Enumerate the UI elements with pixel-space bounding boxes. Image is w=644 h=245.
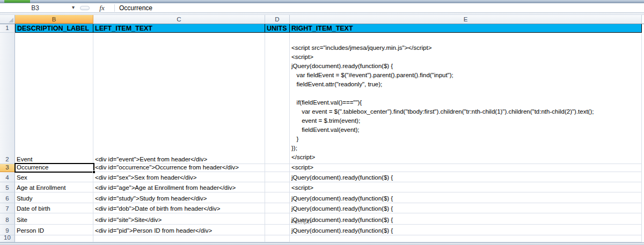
cell-c7[interactable]: <div id="dob">Date of birth from header<… xyxy=(93,203,265,213)
row-header-8[interactable]: 8 xyxy=(0,213,15,225)
cell-d5[interactable] xyxy=(265,182,290,192)
cell-d4[interactable] xyxy=(265,172,290,182)
cell-b2[interactable]: Event xyxy=(15,33,93,164)
cell-b1[interactable]: DESCRIPTION_LABEL xyxy=(15,24,93,33)
cell-b4[interactable]: Sex xyxy=(15,172,93,182)
cell-d7[interactable] xyxy=(265,203,290,213)
ribbon-green-accent xyxy=(4,0,30,3)
code-line: </script> xyxy=(291,153,640,162)
row-header-3[interactable]: 3 xyxy=(0,164,15,172)
table-row: 1 DESCRIPTION_LABEL LEFT_ITEM_TEXT UNITS… xyxy=(0,24,642,33)
excel-window: B3 ▾ fx Occurrence B C D E 1 DESCRIPTION… xyxy=(0,0,644,245)
formula-input[interactable]: Occurrence xyxy=(119,4,152,12)
clipped-text-artifact: <script> xyxy=(291,218,313,225)
name-box-value: B3 xyxy=(31,4,47,12)
cell-d10[interactable] xyxy=(265,235,290,242)
cell-b8[interactable]: Site xyxy=(15,213,93,225)
code-line: fieldEvent.attr("readonly", true); xyxy=(291,80,640,89)
table-row: 6 Study <div id="study">Study from heade… xyxy=(0,192,642,203)
cell-c2[interactable]: <div id="event">Event from header</div> xyxy=(93,33,265,164)
table-row: 8 Site <div id="site">Site</div> jQuery(… xyxy=(0,213,642,225)
table-row: 7 Date of birth <div id="dob">Date of bi… xyxy=(0,203,642,213)
cell-c6[interactable]: <div id="study">Study from header</div> xyxy=(93,192,265,203)
cell-e4[interactable]: jQuery(document).ready(function($) { xyxy=(290,172,642,182)
cell-e2[interactable]: <script src="includes/jmesa/jquery.min.j… xyxy=(290,33,642,164)
code-line: var event = $(".tablebox_center").find("… xyxy=(291,107,640,116)
code-line: fieldEvent.val(event); xyxy=(291,125,640,135)
cell-d1[interactable]: UNITS xyxy=(265,24,290,33)
cell-b6[interactable]: Study xyxy=(15,192,93,203)
code-line: } xyxy=(291,135,640,144)
formula-bar: B3 ▾ fx Occurrence xyxy=(0,3,644,13)
code-line: event = $.trim(event); xyxy=(291,116,640,125)
code-line: <script src="includes/jmesa/jquery.min.j… xyxy=(291,43,640,53)
cell-c10[interactable] xyxy=(93,235,265,242)
cell-b9[interactable]: Person ID xyxy=(15,225,93,235)
fill-handle[interactable] xyxy=(92,170,96,174)
table-row: 5 Age at Enrollment <div id="age">Age at… xyxy=(0,182,642,192)
code-line: if(fieldEvent.val()===""){ xyxy=(291,98,640,107)
cell-c1[interactable]: LEFT_ITEM_TEXT xyxy=(93,24,265,33)
cell-d8[interactable] xyxy=(265,213,290,225)
table-row: 4 Sex <div id="sex">Sex from header</div… xyxy=(0,172,642,182)
cell-e3[interactable]: <script> xyxy=(290,164,642,172)
cell-d9[interactable] xyxy=(265,225,290,235)
column-header-c[interactable]: C xyxy=(93,15,265,24)
formula-bar-splitter[interactable] xyxy=(80,6,90,10)
cell-e2-script-block: <script src="includes/jmesa/jquery.min.j… xyxy=(291,43,640,162)
cell-e6[interactable]: jQuery(document).ready(function($) { xyxy=(290,192,642,203)
row-header-10[interactable]: 10 xyxy=(0,235,15,242)
cell-c5[interactable]: <div id="age">Age at Enrollment from hea… xyxy=(93,182,265,192)
cell-c4[interactable]: <div id="sex">Sex from header</div> xyxy=(93,172,265,182)
row-header-2[interactable]: 2 xyxy=(0,33,15,164)
cell-c9[interactable]: <div id="pid">Person ID from header</div… xyxy=(93,225,265,235)
table-row: 10 xyxy=(0,235,642,242)
column-header-d[interactable]: D xyxy=(265,15,290,24)
row-header-9[interactable]: 9 xyxy=(0,225,15,235)
cell-d2[interactable] xyxy=(265,33,290,164)
row-header-4[interactable]: 4 xyxy=(0,172,15,182)
row-header-6[interactable]: 6 xyxy=(0,192,15,203)
select-all-corner[interactable] xyxy=(0,15,15,24)
table-row: 2 Event <div id="event">Event from heade… xyxy=(0,33,642,164)
cell-e8[interactable]: jQuery(document).ready(function($) { xyxy=(290,213,642,225)
row-header-7[interactable]: 7 xyxy=(0,203,15,213)
insert-function-button[interactable]: fx xyxy=(90,4,114,12)
code-line xyxy=(291,89,640,98)
cell-b5[interactable]: Age at Enrollment xyxy=(15,182,93,192)
cell-d6[interactable] xyxy=(265,192,290,203)
cell-e10[interactable] xyxy=(290,235,642,242)
cell-e7[interactable]: jQuery(document).ready(function($) { xyxy=(290,203,642,213)
worksheet-grid: 1 DESCRIPTION_LABEL LEFT_ITEM_TEXT UNITS… xyxy=(0,24,644,242)
table-row: 9 Person ID <div id="pid">Person ID from… xyxy=(0,225,642,235)
name-box-dropdown-icon[interactable]: ▾ xyxy=(72,4,75,10)
table-row: 3 Occurrence <div id="occurrence">Occurr… xyxy=(0,164,642,172)
code-line: var fieldEvent = $("#event").parent().pa… xyxy=(291,71,640,80)
column-header-e[interactable]: E xyxy=(290,15,642,24)
cell-b7[interactable]: Date of birth xyxy=(15,203,93,213)
active-cell-border[interactable] xyxy=(14,163,94,173)
cell-c8[interactable]: <div id="site">Site</div> xyxy=(93,213,265,225)
row-header-5[interactable]: 5 xyxy=(0,182,15,192)
cell-e5[interactable]: <script> xyxy=(290,182,642,192)
code-line: }); xyxy=(291,144,640,153)
column-headers: B C D E xyxy=(0,15,644,24)
code-line: <script> xyxy=(291,53,640,62)
select-all-triangle-icon xyxy=(9,18,13,23)
scrollbar-edge xyxy=(0,242,644,245)
cell-e1[interactable]: RIGHT_ITEM_TEXT xyxy=(290,24,642,33)
code-line: jQuery(document).ready(function($) { xyxy=(291,62,640,71)
cell-e9[interactable]: jQuery(document).ready(function($) { xyxy=(290,225,642,235)
cell-d3[interactable] xyxy=(265,164,290,172)
cell-b10[interactable] xyxy=(15,235,93,242)
name-box[interactable]: B3 ▾ xyxy=(0,3,78,13)
row-header-1[interactable]: 1 xyxy=(0,24,15,33)
column-header-b[interactable]: B xyxy=(15,15,93,24)
cell-c3[interactable]: <div id="occurrence">Occurrence from hea… xyxy=(93,164,265,172)
fx-icon: fx xyxy=(99,4,104,12)
formula-bar-divider xyxy=(114,4,115,12)
